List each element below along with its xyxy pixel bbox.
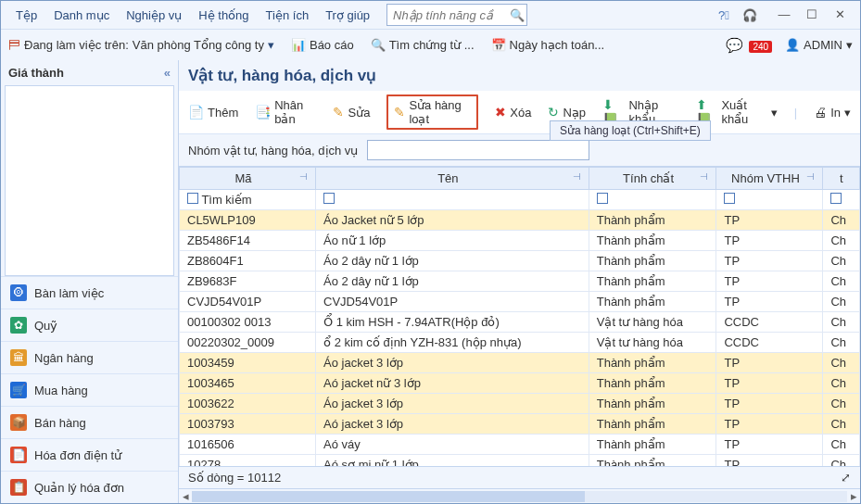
reload-icon: ↻ — [548, 105, 559, 120]
checkbox-icon[interactable] — [830, 193, 842, 204]
sidebar-tree[interactable] — [5, 85, 174, 276]
table-row[interactable]: 1003465Aó jacket nữ 3 lớpThành phẩmTPCh — [180, 373, 860, 394]
menu-help[interactable]: Trợ giúp — [318, 5, 377, 26]
scroll-left-icon[interactable]: ◂ — [179, 489, 192, 503]
table-row[interactable]: 00220302_0009ổ 2 kim cố định YZH-831 (hộ… — [180, 333, 860, 353]
filter-input[interactable] — [367, 140, 589, 160]
table-row[interactable]: 10278Aó sơ mi nữ 1 lớpThành phẩmTPCh — [180, 455, 860, 467]
workplace-icon: ⛿ — [8, 38, 20, 52]
pin-icon[interactable]: ⊣ — [700, 171, 708, 182]
menu-system[interactable]: Hệ thống — [191, 5, 256, 26]
table-row[interactable]: 1003622Áo jacket 3 lớpThành phẩmTPCh — [180, 394, 860, 414]
delete-icon: ✖ — [495, 105, 506, 120]
chevron-down-icon: ▾ — [268, 38, 274, 52]
notification-icon[interactable]: 💬240 — [726, 37, 772, 54]
feature-search-input[interactable] — [387, 8, 508, 22]
menu-utility[interactable]: Tiện ích — [259, 5, 317, 26]
context-toolbar: ⛿ Đang làm việc trên: Văn phòng Tổng côn… — [1, 29, 860, 60]
grid-search-row[interactable]: Tìm kiếm — [180, 190, 860, 210]
add-icon: 📄 — [188, 105, 204, 120]
col-header-nhom[interactable]: Nhóm VTHH⊣ — [716, 168, 823, 190]
table-row[interactable]: CVJD54V01P CVJD54V01PThành phẩmTPCh — [180, 292, 860, 312]
scroll-right-icon[interactable]: ▸ — [847, 489, 860, 503]
nav-icon: ✿ — [10, 317, 27, 334]
pin-icon[interactable]: ⊣ — [299, 171, 308, 182]
duplicate-icon: 📑 — [255, 105, 271, 120]
table-row[interactable]: ZB8604F1Áo 2 dây nữ 1 lớpThành phẩmTPCh — [180, 251, 860, 271]
table-row[interactable]: 1016506Aó váyThành phẩmTPCh — [180, 435, 860, 455]
add-button[interactable]: 📄Thêm — [188, 105, 238, 120]
workplace-indicator[interactable]: ⛿ Đang làm việc trên: Văn phòng Tổng côn… — [8, 38, 274, 52]
checkbox-icon[interactable] — [187, 193, 198, 204]
chevron-down-icon: ▾ — [771, 106, 778, 120]
chevron-down-icon: ▾ — [844, 106, 851, 120]
sidebar-item-3[interactable]: 🛒Mua hàng — [1, 373, 178, 406]
nav-label: Hóa đơn điện tử — [34, 448, 121, 462]
checkbox-icon[interactable] — [724, 193, 735, 204]
menu-catalog[interactable]: Danh mục — [46, 5, 117, 26]
pin-icon[interactable]: ⊣ — [573, 171, 581, 182]
col-header-extra[interactable]: t — [823, 168, 860, 190]
col-header-ten[interactable]: Tên⊣ — [316, 168, 589, 190]
workplace-name: Văn phòng Tổng công ty — [133, 38, 264, 52]
nav-label: Bàn làm việc — [34, 286, 104, 300]
calendar-icon: 📅 — [491, 38, 506, 52]
table-row[interactable]: ZB5486F14Áo nữ 1 lớpThành phẩmTPCh — [180, 231, 860, 251]
content-area: Giá thành « ⭗Bàn làm việc✿Quỹ🏛Ngân hàng🛒… — [1, 60, 860, 503]
workplace-prefix: Đang làm việc trên: — [24, 38, 129, 52]
posting-date-button[interactable]: 📅 Ngày hạch toán... — [491, 38, 605, 52]
nav-label: Ngân hàng — [34, 351, 94, 365]
sidebar-title: Giá thành — [8, 66, 64, 80]
delete-button[interactable]: ✖Xóa — [495, 105, 531, 120]
reload-button[interactable]: ↻Nạp — [548, 105, 586, 120]
table-row[interactable]: 1003459Áo jacket 3 lớpThành phẩmTPCh — [180, 353, 860, 373]
search-icon: 🔍 — [371, 38, 386, 52]
menu-file[interactable]: Tệp — [8, 5, 44, 26]
horizontal-scrollbar[interactable]: ◂ ▸ — [179, 488, 860, 503]
table-row[interactable]: 1003793Aó jacket 3 lớpThành phẩmTPCh — [180, 414, 860, 435]
tooltip: Sửa hàng loạt (Ctrl+Shift+E) — [550, 120, 711, 141]
find-voucher-button[interactable]: 🔍 Tìm chứng từ ... — [371, 38, 475, 52]
checkbox-icon[interactable] — [597, 193, 608, 204]
table-row[interactable]: 00100302 0013Ổ 1 kim HSH - 7.94ATR(Hộp đ… — [180, 312, 860, 333]
bulk-edit-button[interactable]: ✎Sửa hàng loạt — [386, 94, 478, 130]
col-header-tinhchat[interactable]: Tính chất⊣ — [589, 168, 716, 190]
window-close[interactable]: ✕ — [827, 5, 853, 25]
sidebar-collapse-icon[interactable]: « — [164, 66, 171, 80]
checkbox-icon[interactable] — [323, 193, 335, 204]
nav-icon: 🏛 — [10, 349, 27, 366]
table-row[interactable]: ZB9683FÁo 2 dây nữ 1 lớpThành phẩmTPCh — [180, 271, 860, 292]
table-row[interactable]: CL5WLP109Áo Jacket nữ 5 lớpThành phẩmTPC… — [180, 210, 860, 231]
scroll-thumb[interactable] — [192, 491, 585, 502]
nav-icon: 🛒 — [10, 382, 27, 398]
feature-search[interactable]: 🔍 — [386, 4, 527, 26]
filter-label: Nhóm vật tư, hàng hóa, dịch vụ — [188, 144, 358, 158]
report-button[interactable]: 📊 Báo cáo — [291, 38, 354, 52]
sidebar-nav: ⭗Bàn làm việc✿Quỹ🏛Ngân hàng🛒Mua hàng📦Bán… — [1, 276, 178, 503]
user-icon: 👤 — [785, 38, 800, 52]
nav-icon: 📋 — [10, 479, 27, 496]
sidebar-item-0[interactable]: ⭗Bàn làm việc — [1, 276, 178, 309]
sidebar-item-4[interactable]: 📦Bán hàng — [1, 406, 178, 438]
print-icon: 🖨 — [814, 105, 827, 120]
pin-icon[interactable]: ⊣ — [806, 171, 815, 182]
search-icon[interactable]: 🔍 — [508, 8, 526, 22]
main-panel: Vật tư, hàng hóa, dịch vụ 📄Thêm 📑Nhân bả… — [179, 60, 860, 503]
duplicate-button[interactable]: 📑Nhân bản — [255, 98, 316, 126]
sidebar-item-2[interactable]: 🏛Ngân hàng — [1, 341, 178, 373]
col-header-ma[interactable]: Mã⊣ — [180, 168, 316, 190]
sidebar-item-6[interactable]: 📋Quản lý hóa đơn — [1, 471, 178, 503]
menu-business[interactable]: Nghiệp vụ — [119, 5, 189, 26]
window-minimize[interactable]: — — [771, 5, 797, 25]
sidebar-item-5[interactable]: 📄Hóa đơn điện tử — [1, 438, 178, 471]
help-icon[interactable]: ?⃝ — [712, 8, 736, 22]
expand-icon[interactable]: ⤢ — [841, 471, 851, 485]
user-menu[interactable]: 👤 ADMIN ▾ — [785, 38, 853, 52]
headset-icon[interactable]: 🎧 — [738, 8, 762, 22]
data-grid[interactable]: Mã⊣ Tên⊣ Tính chất⊣ Nhóm VTHH⊣ t Tìm kiế… — [179, 167, 860, 466]
edit-button[interactable]: ✎Sửa — [333, 105, 370, 120]
print-button[interactable]: 🖨In▾ — [814, 105, 851, 120]
window-maximize[interactable]: ☐ — [799, 5, 825, 25]
nav-icon: 📄 — [10, 447, 27, 463]
sidebar-item-1[interactable]: ✿Quỹ — [1, 309, 178, 341]
